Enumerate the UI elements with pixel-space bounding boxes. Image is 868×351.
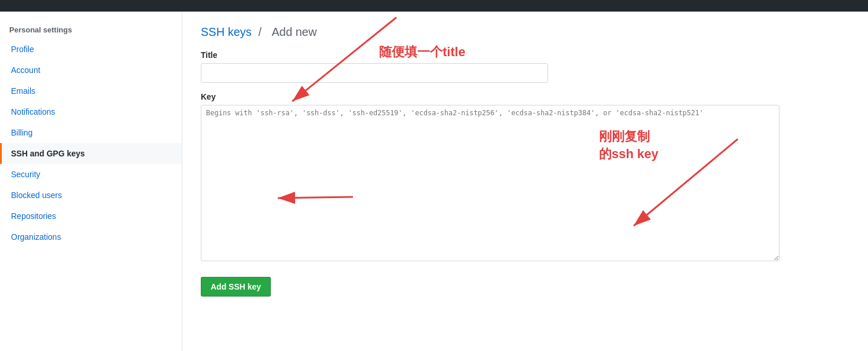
main-content: SSH keys / Add new Title Key Add SSH key [182, 12, 868, 351]
title-label: Title [201, 50, 849, 60]
breadcrumb-link[interactable]: SSH keys [201, 25, 252, 38]
key-label: Key [201, 92, 849, 101]
key-form-group: Key [201, 92, 849, 263]
sidebar-item-notifications[interactable]: Notifications [0, 101, 182, 122]
sidebar-item-organizations[interactable]: Organizations [0, 226, 182, 247]
key-textarea[interactable] [201, 105, 779, 261]
sidebar-item-security[interactable]: Security [0, 164, 182, 185]
sidebar-item-repositories[interactable]: Repositories [0, 206, 182, 226]
sidebar-header: Personal settings [0, 21, 182, 39]
sidebar-item-ssh-gpg-keys[interactable]: SSH and GPG keys [0, 143, 182, 164]
add-ssh-key-button[interactable]: Add SSH key [201, 277, 271, 297]
layout: Personal settings ProfileAccountEmailsNo… [0, 12, 868, 351]
sidebar-item-blocked-users[interactable]: Blocked users [0, 185, 182, 206]
top-bar [0, 0, 868, 12]
sidebar-nav: ProfileAccountEmailsNotificationsBilling… [0, 39, 182, 247]
sidebar-item-account[interactable]: Account [0, 60, 182, 81]
sidebar-item-profile[interactable]: Profile [0, 39, 182, 60]
sidebar-item-emails[interactable]: Emails [0, 81, 182, 101]
breadcrumb: SSH keys / Add new [201, 25, 849, 39]
title-form-group: Title [201, 50, 849, 83]
breadcrumb-current: Add new [272, 25, 317, 38]
title-input[interactable] [201, 63, 548, 83]
sidebar: Personal settings ProfileAccountEmailsNo… [0, 12, 182, 351]
sidebar-item-billing[interactable]: Billing [0, 122, 182, 143]
breadcrumb-separator: / [258, 25, 262, 38]
